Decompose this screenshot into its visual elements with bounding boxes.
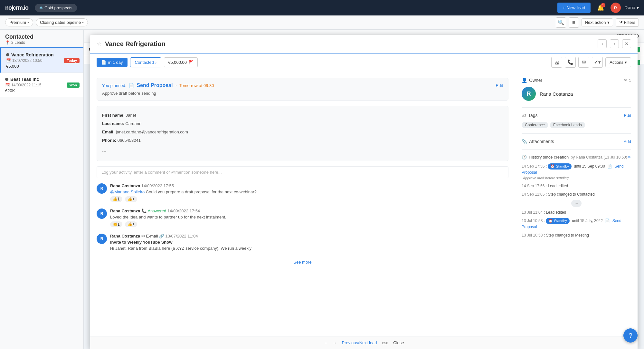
cold-prospects-nav[interactable]: ✱ Cold prospects: [35, 4, 77, 12]
phone-icon[interactable]: 📞: [565, 57, 576, 68]
history-item: 13 Jul 10:53 : Step changed to Meeting: [522, 232, 631, 238]
new-lead-button[interactable]: + New lead: [557, 3, 590, 13]
mention: @Mariana Solleiro: [110, 189, 145, 194]
schedule-button[interactable]: 📄 in 1 day: [97, 58, 128, 67]
help-button[interactable]: ?: [623, 328, 638, 343]
history-text: Lead edited: [548, 184, 568, 188]
close-modal-button[interactable]: ✕: [622, 39, 631, 48]
owner-name: Rana Costanza: [540, 91, 573, 97]
search-icon-btn[interactable]: 🔍: [556, 17, 566, 28]
chevron-down-icon: ▾: [637, 5, 639, 10]
email-field: Email: janet.cardano@vancerefrigeration.…: [102, 128, 503, 136]
premium-label: Premium: [9, 20, 26, 25]
activity-item: R Rana Costanza 📞 Answered 14/09/2022 17…: [97, 208, 508, 227]
planned-banner: You planned: 📄 Send Proposal · Tomorrow …: [97, 78, 508, 101]
lead-detail-modal: ☆ Vance Refrigeration ‹ › ✕ 📄 in 1 day C…: [90, 35, 638, 349]
navbar: no|crm.io ✱ Cold prospects + New lead 🔔 …: [0, 0, 644, 15]
next-action-button[interactable]: Next action ▾: [582, 18, 613, 26]
planned-header: You planned: 📄 Send Proposal · Tomorrow …: [102, 82, 503, 88]
activity-log-input[interactable]: Log your activity, enter a comment or @m…: [97, 166, 508, 178]
main-layout: Contacted 📍 2 Leads Vance Refrigeration …: [0, 30, 644, 349]
tags-label: Tags: [528, 113, 538, 118]
first-name-field: First name: Janet: [102, 111, 503, 120]
close-button-footer[interactable]: Close: [393, 340, 404, 345]
history-item: 14 Sep 17:56 : Lead edited: [522, 183, 631, 189]
history-item: 13 Jul 11:04 : Lead edited: [522, 209, 631, 215]
colon-sep: :: [546, 164, 548, 169]
history-time: 14 Sep 17:56: [522, 164, 545, 169]
activity-author: Rana Costanza: [110, 208, 140, 213]
planned-info: You planned: 📄 Send Proposal · Tomorrow …: [102, 82, 214, 88]
reaction-clap[interactable]: 👏1: [110, 221, 122, 227]
list-view-icon-btn[interactable]: ≡: [569, 17, 579, 28]
avatar: R: [97, 234, 107, 244]
tags-edit-button[interactable]: Edit: [624, 113, 631, 118]
chevron-down-icon: ▾: [27, 21, 29, 24]
chevron-right-icon: ›: [155, 60, 156, 65]
closing-dates-pill[interactable]: Closing dates pipeline ▾: [36, 18, 88, 26]
reaction-add[interactable]: 👍+: [125, 196, 137, 202]
attachments-label: Attachments: [529, 139, 554, 144]
lead-card[interactable]: Vance Refrigeration 📅 13/07/2022 10:50 €…: [0, 48, 83, 73]
history-text: Step changed to Meeting: [546, 233, 589, 238]
history-by: by Rana Costanza (13 Jul 10:50): [571, 155, 627, 160]
next-shortcut: →: [333, 341, 336, 345]
pipeline-col-title: Contacted: [5, 34, 78, 40]
attachments-section-title: 📎 Attachments: [522, 139, 554, 144]
user-name: Rana: [625, 5, 635, 10]
lead-amount: €5,000: [6, 64, 78, 69]
actions-button[interactable]: Actions ▾: [605, 57, 631, 67]
history-edit-button[interactable]: ✏: [628, 155, 631, 160]
activity-reactions: 👏1 👍+: [110, 221, 508, 227]
clock-icon: ⏰: [548, 218, 553, 224]
owner-view-count: 👁 1: [623, 78, 631, 83]
modal-toolbar: 📄 in 1 day Contacted › €5,000.00 🚩 🖨 📞 ✉…: [90, 53, 638, 71]
activity-author: Rana Costanza: [110, 234, 140, 238]
amount-button[interactable]: €5,000.00 🚩: [164, 57, 198, 67]
last-name-label: Last name:: [102, 121, 124, 126]
notification-bell[interactable]: 🔔 1: [597, 4, 604, 11]
avatar: R: [97, 208, 107, 219]
activity-item: R Rana Costanza 14/09/2022 17:55 @Marian…: [97, 183, 508, 202]
premium-pill[interactable]: Premium ▾: [5, 18, 33, 26]
filters-button[interactable]: ⧩ Filters: [616, 18, 639, 27]
reaction-thumbsup[interactable]: 👍1: [110, 196, 122, 202]
lead-dot: [6, 53, 9, 56]
prev-lead-button[interactable]: ‹: [598, 39, 607, 48]
reaction-add[interactable]: 👍+: [125, 221, 137, 227]
history-expand-button[interactable]: ···: [571, 200, 582, 207]
tags-container: Conference Facebook Leads: [522, 122, 631, 128]
prev-next-lead-button[interactable]: Previous/Next lead: [342, 340, 377, 345]
lead-card[interactable]: Best Teas Inc 📅 14/09/2022 11:15 €20K Wo…: [0, 73, 83, 97]
activity-header: Rana Costanza ✉ E-mail 🔗 13/07/2022 11:0…: [110, 234, 508, 238]
history-time: 14 Sep 11:05: [522, 192, 545, 197]
owner-avatar: R: [522, 87, 536, 101]
doc-icon: 📄: [607, 164, 612, 169]
see-more-button[interactable]: See more: [97, 257, 508, 267]
history-item: 14 Sep 11:05 : Step changed to Contacted: [522, 191, 631, 197]
check-icon[interactable]: ✔ ▾: [592, 57, 603, 68]
clock-icon: ⏰: [550, 164, 555, 169]
planned-action-name: Send Proposal: [137, 82, 173, 88]
sub-navbar: Premium ▾ Closing dates pipeline ▾ 🔍 ≡ N…: [0, 15, 644, 30]
history-time: 13 Jul 10:53: [522, 233, 543, 238]
print-icon[interactable]: 🖨: [551, 57, 562, 68]
history-until: until 15 July, 2022: [572, 218, 603, 223]
add-attachment-button[interactable]: Add: [624, 139, 631, 144]
user-menu[interactable]: Rana ▾: [625, 5, 639, 10]
edit-planned-button[interactable]: Edit: [496, 83, 503, 88]
first-name-label: First name:: [102, 113, 125, 118]
step-button[interactable]: Contacted ›: [130, 57, 162, 67]
new-lead-label: + New lead: [563, 5, 585, 10]
planned-label: You planned:: [102, 83, 126, 88]
next-lead-button[interactable]: ›: [610, 39, 619, 48]
star-icon[interactable]: ☆: [97, 40, 102, 47]
eye-icon: 👁: [623, 78, 628, 83]
activity-type-label: E-mail: [146, 234, 158, 238]
chevron-down-icon: ▾: [607, 20, 610, 25]
lead-name: Best Teas Inc: [5, 77, 78, 82]
history-item: 13 Jul 10:53 : ⏰ Standby until 15 July, …: [522, 218, 631, 230]
activity-content: Rana Costanza ✉ E-mail 🔗 13/07/2022 11:0…: [110, 234, 508, 251]
email-icon[interactable]: ✉: [578, 57, 589, 68]
calendar-icon: 📅: [5, 83, 10, 87]
